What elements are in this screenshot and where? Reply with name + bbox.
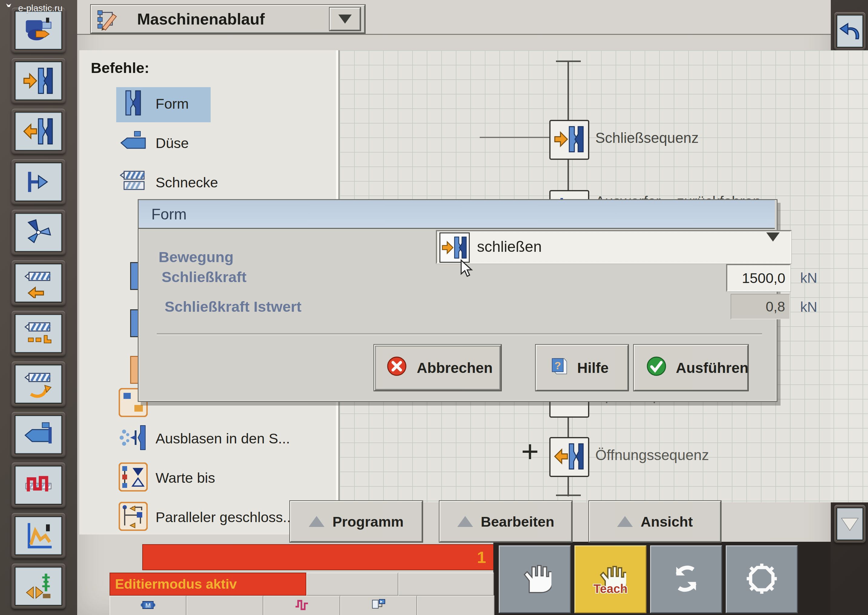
setup-gear-icon [746,563,777,596]
cancel-button[interactable]: Abbrechen [374,345,501,391]
teach-label: Teach [593,582,628,596]
hardkey-undo[interactable] [834,12,866,50]
sequence-node-schliesssequenz[interactable] [549,120,589,160]
command-item-form[interactable]: Form [119,88,189,119]
help-book-icon: ? [549,356,569,380]
command-item-ausblasen[interactable]: Ausblasen in den S... [119,423,290,453]
istwert-value: 0,8 [766,298,785,315]
halt-softkey[interactable] [499,545,571,613]
command-item-wartebis[interactable]: Warte bis [119,462,215,493]
hardkey-cores-pinwheel[interactable] [11,210,66,255]
ansicht-label: Ansicht [641,513,693,530]
hardkey-screw-purge[interactable] [11,361,66,407]
watermark-logo-icon [5,2,16,14]
status-cell-motor: M [109,596,186,615]
field-label-istwert: Schließkraft Istwert [165,298,301,315]
parallel-icon [119,502,148,532]
command-item-schnecke[interactable]: Schnecke [119,167,218,197]
mouse-cursor [458,259,477,280]
dialog-title: Form [151,206,187,223]
hardkey-clamp-unit[interactable] [11,8,66,53]
programm-label: Programm [332,513,403,530]
form-dialog: Form Bewegung schließen Schließkraft 150… [138,199,777,402]
hardkey-mold-setup[interactable] [11,563,66,609]
cancel-label: Abbrechen [417,359,493,376]
scroll-down-icon [836,507,863,540]
hardkey-screw-dosing[interactable] [11,311,66,356]
mold-close-icon [439,233,470,263]
hardkey-process-graph[interactable] [11,513,66,559]
combobox-dropdown-icon[interactable] [766,242,780,247]
signal-curve-icon [293,597,310,614]
process-graph-icon [14,516,62,556]
cycle-softkey[interactable] [650,545,722,613]
status-cell [417,596,495,615]
field-label-bewegung: Bewegung [159,248,234,265]
flowline-bottom-cap [556,495,581,496]
flowline-top-cap [556,61,581,62]
clamp-unit-icon [14,11,62,50]
alarm-count: 1 [477,548,486,567]
hardkey-nozzle-forward[interactable] [11,412,66,457]
bewegung-combobox[interactable]: schließen [436,230,792,264]
hardkey-mold-close[interactable] [11,58,66,103]
cycle-arrows-icon [670,563,702,596]
schliesskraft-value: 1500,0 [742,270,785,286]
hardkey-scroll-down[interactable] [834,505,866,543]
combobox-value: schließen [477,238,542,256]
execute-button[interactable]: Ausführen [634,345,748,391]
schliesskraft-input[interactable]: 1500,0 [726,264,790,292]
edit-mode-text: Editiermodus aktiv [115,576,237,592]
page-title: Maschinenablauf [137,10,265,28]
window-title: Maschinenablauf [91,5,365,33]
ansicht-menu-button[interactable]: Ansicht [589,501,721,542]
screen: Maschinenablauf Befehle: Form Düse Schne… [77,0,831,615]
istwert-unit: kN [800,299,817,315]
injection-pressure-icon [14,465,62,505]
chevron-down-icon [766,233,780,247]
status-cell [186,596,263,615]
sequence-node-label: Schließsequenz [595,130,699,146]
bearbeiten-menu-button[interactable]: Bearbeiten [439,501,572,542]
watermark-text: e-plastic.ru [18,3,62,13]
mold-setup-icon [14,567,62,606]
command-item-paralleler[interactable]: Paralleler geschloss... [119,502,295,532]
svg-text:M: M [145,602,151,609]
close-sequence-icon [554,124,584,156]
screw-dosing-icon [14,314,62,353]
sequence-edit-icon [96,9,118,32]
status-cell-network [340,596,417,615]
dialog-separator [157,333,762,334]
mold-icon [119,88,148,119]
command-item-duese[interactable]: Düse [119,128,189,158]
sequence-node-oeffnungssequenz[interactable] [549,437,589,477]
help-label: Hilfe [577,359,609,376]
undo-icon [836,14,863,48]
branch-line [480,137,549,138]
teach-softkey[interactable]: Teach [575,545,646,613]
programm-menu-button[interactable]: Programm [290,501,423,542]
blow-icon [119,423,148,453]
execute-label: Ausführen [676,359,748,376]
machine-panel: e-plastic.ru ? Maschinenablauf Befehle: … [0,0,868,615]
commands-label: Befehle: [91,59,149,76]
status-cell [398,573,494,596]
mold-open-icon [14,112,62,151]
hardkey-mold-open[interactable] [11,109,66,154]
hardkey-screw-retract[interactable] [11,260,66,306]
ejector-forward-icon [14,162,62,201]
help-button[interactable]: ? Hilfe [536,345,628,391]
expand-plus[interactable]: + [521,434,539,469]
screw-purge-icon [14,364,62,404]
network-monitor-icon [370,597,387,614]
open-sequence-icon [554,441,584,473]
svg-text:?: ? [554,359,561,371]
title-dropdown-button[interactable] [329,8,361,31]
hardkey-ejector-forward[interactable] [11,159,66,204]
edit-mode-banner: Editiermodus aktiv [109,573,306,596]
nozzle-forward-icon [14,415,62,454]
menu-up-icon [457,516,473,527]
schliesskraft-unit: kN [800,270,817,286]
setup-softkey[interactable] [726,545,798,613]
hardkey-injection-pressure[interactable] [11,462,66,508]
